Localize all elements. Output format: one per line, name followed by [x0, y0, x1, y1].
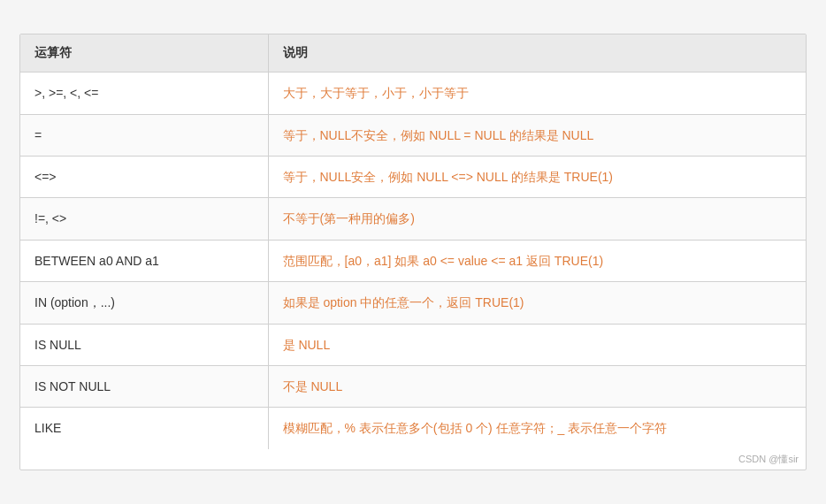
operator-table: 运算符 说明 >, >=, <, <=大于，大于等于，小于，小于等于=等于，NU… — [20, 34, 806, 449]
header-description: 说明 — [268, 34, 806, 73]
description-cell: 等于，NULL不安全，例如 NULL = NULL 的结果是 NULL — [268, 114, 806, 156]
table-row: BETWEEN a0 AND a1范围匹配，[a0，a1] 如果 a0 <= v… — [20, 240, 806, 281]
operator-table-container: 运算符 说明 >, >=, <, <=大于，大于等于，小于，小于等于=等于，NU… — [19, 34, 807, 470]
description-cell: 不是 NULL — [268, 365, 806, 407]
operator-cell: IS NOT NULL — [20, 365, 268, 407]
table-row: =等于，NULL不安全，例如 NULL = NULL 的结果是 NULL — [20, 114, 806, 156]
table-row: !=, <>不等于(第一种用的偏多) — [20, 198, 806, 240]
operator-cell: LIKE — [20, 408, 268, 449]
description-cell: 大于，大于等于，小于，小于等于 — [268, 73, 806, 114]
description-cell: 不等于(第一种用的偏多) — [268, 198, 806, 240]
operator-cell: !=, <> — [20, 198, 268, 240]
table-row: IS NULL是 NULL — [20, 324, 806, 365]
table-row: IS NOT NULL不是 NULL — [20, 365, 806, 407]
operator-cell: BETWEEN a0 AND a1 — [20, 240, 268, 281]
table-row: >, >=, <, <=大于，大于等于，小于，小于等于 — [20, 73, 806, 114]
operator-cell: IN (option，...) — [20, 282, 268, 324]
table-row: LIKE模糊匹配，% 表示任意多个(包括 0 个) 任意字符；_ 表示任意一个字… — [20, 408, 806, 449]
description-cell: 如果是 option 中的任意一个，返回 TRUE(1) — [268, 282, 806, 324]
operator-cell: >, >=, <, <= — [20, 73, 268, 114]
operator-cell: <=> — [20, 157, 268, 198]
operator-cell: = — [20, 114, 268, 156]
table-row: IN (option，...)如果是 option 中的任意一个，返回 TRUE… — [20, 282, 806, 324]
watermark: CSDN @懂sir — [20, 449, 806, 470]
description-cell: 是 NULL — [268, 324, 806, 365]
table-header-row: 运算符 说明 — [20, 34, 806, 73]
header-operator: 运算符 — [20, 34, 268, 73]
table-row: <=>等于，NULL安全，例如 NULL <=> NULL 的结果是 TRUE(… — [20, 157, 806, 198]
description-cell: 范围匹配，[a0，a1] 如果 a0 <= value <= a1 返回 TRU… — [268, 240, 806, 281]
operator-cell: IS NULL — [20, 324, 268, 365]
description-cell: 等于，NULL安全，例如 NULL <=> NULL 的结果是 TRUE(1) — [268, 157, 806, 198]
description-cell: 模糊匹配，% 表示任意多个(包括 0 个) 任意字符；_ 表示任意一个字符 — [268, 408, 806, 449]
